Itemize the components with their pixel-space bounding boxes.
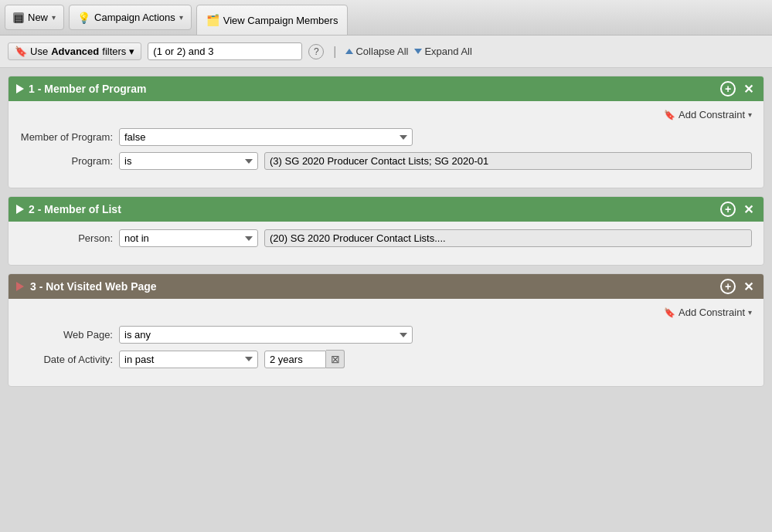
group-3-x-icon	[16, 282, 24, 291]
new-chevron: ▾	[52, 13, 56, 22]
caret-up-icon	[345, 49, 353, 54]
filter-group-3-add-constraint-button[interactable]: 🔖 Add Constraint ▾	[664, 307, 752, 318]
filter-group-2-remove-button[interactable]: ✕	[740, 202, 756, 217]
filter-group-2-actions: + ✕	[720, 202, 756, 217]
add-constraint-3-chevron: ▾	[748, 308, 752, 317]
filter-group-1-title: 1 - Member of Program	[29, 83, 146, 95]
advanced-filters-button[interactable]: 🔖 Use Advanced filters ▾	[8, 42, 141, 60]
help-icon[interactable]: ?	[308, 44, 324, 59]
date-activity-label: Date of Activity:	[20, 354, 113, 365]
view-members-tab[interactable]: 🗂️ View Campaign Members	[196, 5, 349, 36]
filter-group-1: 1 - Member of Program + ✕ 🔖 Add Constrai…	[8, 76, 764, 188]
person-row: Person: not in in (20) SG 2020 Producer …	[20, 229, 752, 247]
program-operator-select[interactable]: is is not	[119, 152, 258, 170]
add-constraint-1-label: Add Constraint	[678, 109, 745, 120]
advanced-filters-pre: Use	[30, 46, 48, 57]
filter-group-1-remove-button[interactable]: ✕	[740, 81, 756, 97]
program-value: (3) SG 2020 Producer Contact Lists; SG 2…	[264, 152, 752, 170]
filter-group-3-header-left: 3 - Not Visited Web Page	[16, 280, 157, 293]
campaign-actions-label: Campaign Actions	[94, 12, 175, 23]
date-activity-row: Date of Activity: in past before after ⊠	[20, 350, 752, 368]
advanced-filters-chevron: ▾	[129, 46, 134, 57]
add-constraint-3-icon: 🔖	[664, 307, 675, 318]
filter-group-1-header: 1 - Member of Program + ✕	[9, 76, 763, 101]
expand-all-label: Expand All	[424, 46, 471, 57]
filter-group-2: 2 - Member of List + ✕ Person: not in in…	[8, 196, 764, 266]
filter-group-1-add-button[interactable]: +	[720, 81, 736, 97]
advanced-filters-icon: 🔖	[15, 46, 27, 57]
new-icon: ▤	[13, 12, 24, 23]
program-row: Program: is is not (3) SG 2020 Producer …	[20, 152, 752, 170]
years-clear-button[interactable]: ⊠	[326, 350, 345, 368]
filter-logic-input[interactable]	[148, 42, 302, 60]
webpage-select[interactable]: is any is is not	[119, 326, 413, 344]
filter-group-3-header: 3 - Not Visited Web Page + ✕	[9, 274, 763, 299]
filter-group-2-header-left: 2 - Member of List	[16, 203, 121, 215]
expand-all-button[interactable]: Expand All	[414, 46, 471, 57]
filter-group-1-header-left: 1 - Member of Program	[16, 83, 146, 95]
person-label: Person:	[20, 232, 113, 244]
filter-group-3-add-constraint-row: 🔖 Add Constraint ▾	[20, 307, 752, 318]
collapse-all-label: Collapse All	[355, 46, 408, 57]
new-label: New	[28, 12, 48, 23]
view-members-label: View Campaign Members	[223, 15, 338, 26]
main-content: 1 - Member of Program + ✕ 🔖 Add Constrai…	[0, 68, 772, 532]
filter-group-1-add-constraint-row: 🔖 Add Constraint ▾	[20, 109, 752, 120]
new-button[interactable]: ▤ New ▾	[5, 5, 64, 30]
webpage-row: Web Page: is any is is not	[20, 326, 752, 344]
members-icon: 🗂️	[206, 14, 219, 26]
filter-group-3-body: 🔖 Add Constraint ▾ Web Page: is any is i…	[9, 299, 763, 386]
filter-group-1-actions: + ✕	[720, 81, 756, 97]
filter-group-2-add-button[interactable]: +	[720, 202, 736, 217]
filter-group-2-header: 2 - Member of List + ✕	[9, 197, 763, 222]
filter-group-3-title: 3 - Not Visited Web Page	[30, 280, 157, 293]
add-constraint-1-chevron: ▾	[748, 110, 752, 119]
date-activity-select[interactable]: in past before after	[119, 351, 258, 368]
filter-group-3: 3 - Not Visited Web Page + ✕ 🔖 Add Const…	[8, 273, 764, 387]
add-constraint-1-icon: 🔖	[664, 110, 675, 120]
top-toolbar: ▤ New ▾ 💡 Campaign Actions ▾ 🗂️ View Cam…	[0, 0, 772, 36]
advanced-filters-post: filters	[102, 46, 126, 57]
member-of-program-row: Member of Program: false true	[20, 128, 752, 146]
campaign-actions-button[interactable]: 💡 Campaign Actions ▾	[69, 5, 192, 30]
collapse-all-button[interactable]: Collapse All	[345, 46, 408, 57]
group-1-arrow-icon	[16, 84, 24, 93]
webpage-label: Web Page:	[20, 329, 113, 341]
member-of-program-select[interactable]: false true	[119, 128, 413, 146]
divider: |	[333, 45, 336, 59]
caret-down-icon	[414, 49, 422, 54]
filter-bar: 🔖 Use Advanced filters ▾ ? | Collapse Al…	[0, 36, 772, 68]
filter-group-3-add-button[interactable]: +	[720, 279, 736, 294]
filter-group-1-add-constraint-button[interactable]: 🔖 Add Constraint ▾	[664, 109, 752, 120]
filter-group-2-body: Person: not in in (20) SG 2020 Producer …	[9, 222, 763, 265]
filter-group-3-remove-button[interactable]: ✕	[740, 279, 756, 294]
program-label: Program:	[20, 155, 113, 167]
filter-group-1-body: 🔖 Add Constraint ▾ Member of Program: fa…	[9, 101, 763, 188]
filter-group-3-actions: + ✕	[720, 279, 756, 294]
campaign-icon: 💡	[77, 12, 90, 24]
member-of-program-label: Member of Program:	[20, 131, 113, 143]
years-input[interactable]	[264, 351, 326, 368]
campaign-actions-chevron: ▾	[179, 13, 183, 22]
add-constraint-3-label: Add Constraint	[678, 307, 745, 318]
filter-group-2-title: 2 - Member of List	[29, 203, 121, 215]
person-value: (20) SG 2020 Producer Contact Lists....	[264, 229, 752, 247]
advanced-filters-bold: Advanced	[51, 46, 99, 57]
years-input-wrap: ⊠	[264, 350, 345, 368]
person-operator-select[interactable]: not in in	[119, 229, 258, 247]
group-2-arrow-icon	[16, 205, 24, 214]
